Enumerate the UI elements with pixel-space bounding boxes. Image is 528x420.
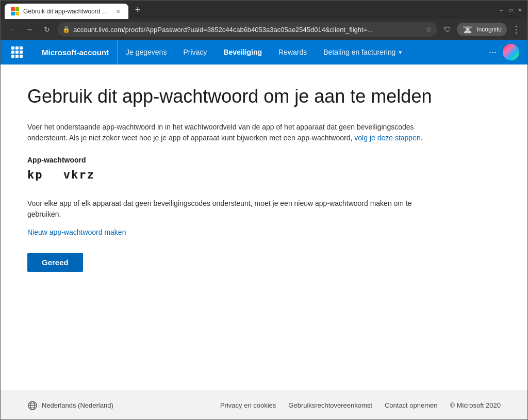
svg-rect-1 — [463, 27, 472, 28]
browser-menu-button[interactable]: ⋮ — [509, 22, 523, 37]
forward-button[interactable]: → — [22, 22, 37, 37]
maximize-button[interactable]: ▭ — [507, 6, 514, 13]
lock-icon: 🔒 — [62, 26, 70, 33]
incognito-label: Incognito — [476, 26, 502, 33]
app-password-text: kp vkrz — [27, 168, 95, 181]
tab-bar: Gebruik dit app-wachtwoord om ✕ + — [5, 1, 493, 19]
gereed-button[interactable]: Gereed — [27, 253, 83, 272]
nav-link-betaling[interactable]: Betaling en facturering ▼ — [315, 40, 411, 64]
description-text-2: . — [421, 134, 423, 142]
user-avatar[interactable] — [503, 44, 519, 60]
active-tab[interactable]: Gebruik dit app-wachtwoord om ✕ — [5, 4, 128, 19]
page-title: Gebruik dit app-wachtwoord om je aan te … — [27, 85, 438, 107]
globe-icon — [27, 400, 38, 411]
footer-gebruiksrechtovereenkomst-link[interactable]: Gebruiksrechtovereenkomst — [288, 401, 372, 409]
footer-privacy-link[interactable]: Privacy en cookies — [220, 401, 276, 409]
nav-link-beveiliging[interactable]: Beveiliging — [215, 40, 270, 64]
new-tab-button[interactable]: + — [130, 3, 145, 17]
footer-copyright: © Microsoft 2020 — [450, 401, 501, 409]
footer-links: Privacy en cookies Gebruiksrechtovereenk… — [220, 401, 438, 409]
tab-title: Gebruik dit app-wachtwoord om — [23, 8, 110, 15]
app-password-label: App-wachtwoord — [27, 156, 438, 164]
nav-more-button[interactable]: ··· — [483, 40, 503, 64]
app-password-value: kp vkrz — [27, 168, 438, 182]
main-content: Gebruik dit app-wachtwoord om je aan te … — [1, 64, 527, 419]
footer-contact-link[interactable]: Contact opnemen — [385, 401, 438, 409]
window-controls: – ▭ ✕ — [498, 6, 523, 13]
address-bar: ← → ↻ 🔒 account.live.com/proofs/AppPassw… — [1, 19, 527, 40]
page-description: Voer het onderstaande app-wachtwoord in … — [27, 122, 438, 143]
back-button[interactable]: ← — [5, 22, 19, 37]
close-button[interactable]: ✕ — [516, 6, 523, 13]
title-bar: Gebruik dit app-wachtwoord om ✕ + – ▭ ✕ — [1, 1, 527, 19]
ms-nav-bar: Microsoft-account Je gegevens Privacy Be… — [1, 40, 527, 64]
address-text: account.live.com/proofs/AppPassword?uaid… — [73, 26, 422, 34]
footer: Nederlands (Nederland) Privacy en cookie… — [1, 391, 527, 419]
page-body: Gebruik dit app-wachtwoord om je aan te … — [1, 64, 465, 391]
minimize-button[interactable]: – — [498, 6, 505, 13]
chevron-down-icon: ▼ — [398, 50, 403, 55]
address-box[interactable]: 🔒 account.live.com/proofs/AppPassword?ua… — [57, 22, 437, 37]
ms-favicon-icon — [11, 7, 19, 15]
browser-frame: Gebruik dit app-wachtwoord om ✕ + – ▭ ✕ … — [0, 0, 528, 420]
nav-betaling-text: Betaling en facturering — [323, 48, 395, 56]
new-password-link[interactable]: Nieuw app-wachtwoord maken — [27, 228, 438, 236]
incognito-button[interactable]: Incognito — [457, 23, 507, 36]
grid-dots — [11, 46, 23, 58]
shield-icon[interactable]: 🛡 — [440, 22, 455, 37]
nav-link-rewards[interactable]: Rewards — [270, 40, 315, 64]
reload-button[interactable]: ↻ — [40, 22, 54, 37]
secondary-description: Voor elke app of elk apparaat dat geen b… — [27, 198, 438, 220]
ms-brand-logo[interactable]: Microsoft-account — [34, 40, 118, 64]
nav-link-privacy[interactable]: Privacy — [175, 40, 215, 64]
language-text: Nederlands (Nederland) — [42, 401, 113, 409]
ms-apps-icon[interactable] — [9, 44, 25, 60]
steps-link[interactable]: volg je deze stappen — [354, 134, 420, 142]
language-selector[interactable]: Nederlands (Nederland) — [27, 400, 113, 411]
tab-close-button[interactable]: ✕ — [114, 7, 122, 15]
nav-link-gegevens[interactable]: Je gegevens — [118, 40, 175, 64]
incognito-icon — [462, 24, 473, 35]
toolbar-right: 🛡 Incognito ⋮ — [440, 22, 523, 37]
bookmark-icon: ☆ — [425, 25, 432, 34]
